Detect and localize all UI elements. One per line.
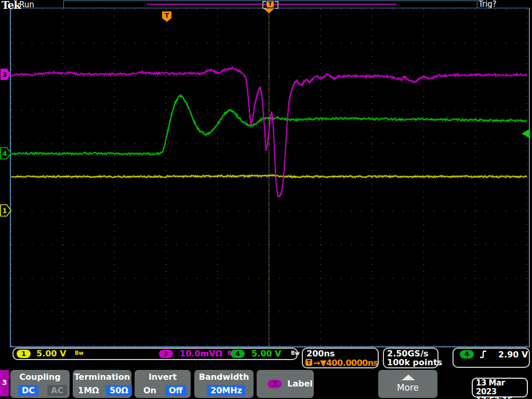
record-length: 100k points — [387, 357, 442, 367]
trigger-readout-box: 4 2.90 V — [453, 348, 530, 368]
rising-edge-icon — [479, 350, 488, 359]
ch1-badge[interactable]: 1 — [17, 350, 31, 358]
ch1-bandwidth-icon: Bw — [75, 350, 84, 356]
invert-button[interactable]: Invert On Off — [135, 370, 191, 398]
svg-text:T: T — [165, 12, 169, 19]
termination-50-option[interactable]: 50Ω — [106, 385, 132, 396]
ch1-scale: 5.00 V — [36, 349, 66, 358]
timebase-scale: 200ns — [307, 349, 335, 358]
ch4-scale: 5.00 V — [251, 349, 281, 358]
bottom-menu-bar: 3 Coupling DC AC Termination 1MΩ 50Ω Inv… — [0, 369, 532, 399]
channel-readout-box: 1 5.00 V Bw 3 10.0mVΩ Bw 4 5.00 V Bw — [12, 348, 298, 360]
up-triangle-icon — [402, 375, 415, 380]
bandwidth-value[interactable]: 20MHz — [207, 385, 246, 396]
coupling-ac-option[interactable]: AC — [47, 385, 67, 396]
acquisition-status: Run — [19, 0, 34, 9]
bandwidth-button[interactable]: Bandwidth 20MHz — [194, 370, 254, 398]
record-window-bracket-left — [262, 1, 266, 9]
trigger-state-label: Trig? — [478, 0, 497, 9]
arrow-icon: → — [313, 358, 320, 368]
delay-position-triangle — [263, 9, 274, 14]
channel-3-ref-marker: 3 — [1, 69, 11, 80]
ch3-ohm: Ω — [216, 349, 223, 358]
channel-1-ref-marker: 1 — [1, 205, 11, 216]
label-text: Label — [287, 379, 313, 389]
ch4-badge[interactable]: 4 — [231, 350, 245, 358]
bandwidth-title: Bandwidth — [194, 372, 254, 382]
svg-text:1: 1 — [2, 207, 7, 215]
time-label: 17:53:15 — [476, 396, 527, 399]
menu-channel-tab[interactable]: 3 — [0, 370, 9, 396]
datetime-box: 13 Mar 2023 17:53:15 — [472, 378, 528, 397]
graticule-area: 341T — [0, 0, 532, 399]
svg-text:4: 4 — [2, 150, 7, 157]
trigger-t-icon: T — [305, 359, 312, 366]
channel-4-ref-marker: 4 — [1, 148, 11, 159]
delay-triangle-icon: ▼ — [320, 358, 326, 368]
record-window-bracket-right — [275, 1, 278, 9]
date-label: 13 Mar 2023 — [476, 379, 527, 396]
invert-title: Invert — [135, 372, 191, 382]
ch3-scale: 10.0mVΩ — [180, 349, 222, 358]
more-text: More — [378, 382, 437, 393]
termination-button[interactable]: Termination 1MΩ 50Ω — [73, 370, 131, 398]
invert-on-option[interactable]: On — [140, 385, 160, 396]
termination-1m-option[interactable]: 1MΩ — [74, 385, 103, 396]
ch4-bandwidth-icon: Bw — [291, 350, 300, 356]
timebase-readout-box: 200ns T →▼400.0000ns — [302, 348, 379, 368]
trigger-position-icon[interactable]: T — [267, 1, 274, 7]
trigger-source-badge: 4 — [460, 350, 474, 358]
coupling-button[interactable]: Coupling DC AC — [10, 370, 70, 398]
label-button[interactable]: 3 Label — [257, 370, 314, 398]
invert-off-option[interactable]: Off — [165, 385, 187, 396]
oscilloscope-screen: { "header": { "logo": "Tek", "acq_status… — [0, 0, 532, 399]
svg-text:3: 3 — [2, 71, 7, 78]
coupling-dc-option[interactable]: DC — [18, 385, 38, 396]
tek-logo: Tek — [2, 0, 20, 11]
timebase-delay: →▼400.0000ns — [313, 358, 378, 368]
more-button[interactable]: More — [378, 370, 437, 398]
record-view-strip: T — [63, 1, 477, 8]
trigger-level: 2.90 V — [498, 350, 528, 360]
top-status-bar: Tek Run T Trig? — [0, 0, 532, 8]
acquisition-readout-box: 2.50GS/s 100k points — [383, 348, 438, 368]
trigger-level-arrow — [522, 129, 530, 138]
coupling-title: Coupling — [10, 372, 70, 382]
termination-title: Termination — [73, 372, 131, 382]
ch3-badge[interactable]: 3 — [159, 350, 173, 358]
label-channel-badge: 3 — [268, 380, 282, 388]
